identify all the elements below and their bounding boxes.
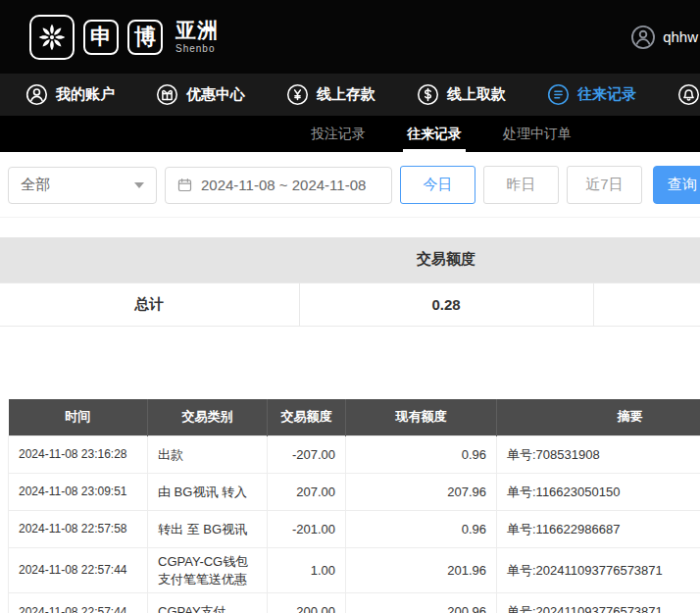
summary-header-empty-left (0, 237, 299, 282)
summary-header-title: 交易额度 (299, 237, 593, 282)
sub-nav: 投注记录 往来记录 处理中订单 (0, 116, 700, 152)
type-filter-select[interactable]: 全部 (8, 167, 157, 204)
cell-balance: 0.96 (346, 511, 497, 548)
nav-label: 优惠中心 (186, 85, 245, 104)
top-header: 申 博 亚洲 Shenbo qhhw (0, 0, 700, 74)
summary-header-empty-right (593, 237, 700, 282)
cell-time: 2024-11-08 22:57:44 (9, 593, 148, 613)
nav-item-deposit[interactable]: 线上存款 (286, 83, 375, 106)
transactions-section: 时间 交易类别 交易额度 现有额度 摘要 2024-11-08 23:16:28… (8, 399, 700, 613)
cell-type: 转出 至 BG视讯 (148, 511, 268, 548)
brand-subtitle: Shenbo (175, 44, 219, 54)
chevron-down-icon (134, 182, 144, 188)
col-header-amount: 交易额度 (268, 399, 346, 436)
summary-table: 交易额度 总计 0.28 (0, 237, 700, 327)
tab-transaction-records[interactable]: 往来记录 (393, 116, 475, 152)
cell-time: 2024-11-08 23:16:28 (9, 436, 148, 474)
summary-total-label: 总计 (0, 282, 299, 326)
cell-summary: 单号:708531908 (497, 436, 700, 474)
calendar-icon (176, 177, 193, 193)
tab-processing-orders[interactable]: 处理中订单 (489, 116, 585, 152)
cell-summary: 单号:116623050150 (497, 474, 700, 511)
cell-balance: 201.96 (346, 548, 497, 593)
withdraw-dollar-icon (417, 83, 439, 106)
nav-label: 线上存款 (317, 85, 375, 104)
main-nav: 我的账户 优惠中心 线上存款 线上取款 (0, 74, 700, 116)
gift-icon (156, 83, 178, 106)
nav-item-transactions[interactable]: 往来记录 (547, 83, 636, 106)
cell-type: CGPAY支付 (148, 593, 268, 613)
cell-summary: 单号:202411093776573871 (497, 593, 700, 613)
brand-logo[interactable]: 申 博 亚洲 Shenbo (29, 15, 219, 60)
cell-amount: 207.00 (268, 474, 346, 511)
person-circle-icon (630, 25, 656, 50)
cell-amount: -201.00 (268, 511, 346, 548)
table-row: 2024-11-08 23:09:51由 BG视讯 转入207.00207.96… (9, 474, 700, 511)
last7days-button[interactable]: 近7日 (567, 166, 642, 204)
nav-item-my-account[interactable]: 我的账户 (25, 83, 115, 106)
cell-time: 2024-11-08 23:09:51 (9, 474, 148, 511)
transactions-body: 2024-11-08 23:16:28出款-207.000.96单号:70853… (9, 436, 700, 613)
deposit-yen-icon (286, 83, 309, 106)
brand-char-shen: 申 (83, 20, 119, 55)
col-header-summary: 摘要 (497, 399, 700, 436)
user-icon (25, 83, 48, 106)
tab-betting-records[interactable]: 投注记录 (297, 116, 379, 152)
cell-amount: 200.00 (268, 593, 346, 613)
transactions-table: 时间 交易类别 交易额度 现有额度 摘要 2024-11-08 23:16:28… (8, 399, 700, 613)
cell-time: 2024-11-08 22:57:44 (9, 548, 148, 593)
table-row: 2024-11-08 22:57:58转出 至 BG视讯-201.000.96单… (9, 511, 700, 548)
cell-amount: -207.00 (268, 436, 346, 474)
summary-total-row: 总计 0.28 (0, 282, 700, 326)
nav-item-withdraw[interactable]: 线上取款 (417, 83, 506, 106)
cell-balance: 200.96 (346, 593, 497, 613)
bell-icon (677, 83, 700, 106)
date-range-input[interactable]: 2024-11-08 ~ 2024-11-08 (165, 167, 392, 204)
brand-region-text: 亚洲 (175, 20, 219, 40)
cell-type: 由 BG视讯 转入 (148, 474, 268, 511)
nav-label: 我的账户 (56, 85, 115, 104)
col-header-type: 交易类别 (148, 399, 268, 436)
summary-empty-cell (593, 282, 700, 326)
cell-summary: 单号:116622986687 (497, 511, 700, 548)
cell-time: 2024-11-08 22:57:58 (9, 511, 148, 548)
summary-total-value: 0.28 (299, 282, 593, 326)
nav-label: 往来记录 (577, 85, 636, 104)
nav-item-promotions[interactable]: 优惠中心 (156, 83, 245, 106)
today-button[interactable]: 今日 (400, 166, 475, 204)
cell-type: CGPAY-CG钱包支付笔笔送优惠 (148, 548, 268, 593)
username: qhhw (663, 28, 698, 45)
nav-item-messages[interactable]: 信 (677, 83, 700, 106)
records-icon (547, 83, 570, 106)
yesterday-button[interactable]: 昨日 (483, 166, 559, 204)
cell-balance: 207.96 (346, 474, 497, 511)
col-header-balance: 现有额度 (346, 399, 497, 436)
user-menu[interactable]: qhhw (630, 0, 698, 74)
filter-bar: 全部 2024-11-08 ~ 2024-11-08 今日 昨日 近7日 查询 (0, 152, 700, 218)
date-range-value: 2024-11-08 ~ 2024-11-08 (201, 177, 366, 193)
table-row: 2024-11-08 23:16:28出款-207.000.96单号:70853… (9, 436, 700, 474)
cell-balance: 0.96 (346, 436, 497, 474)
table-row: 2024-11-08 22:57:44CGPAY-CG钱包支付笔笔送优惠1.00… (9, 548, 700, 593)
col-header-time: 时间 (9, 399, 148, 436)
cell-amount: 1.00 (268, 548, 346, 593)
query-button[interactable]: 查询 (653, 166, 700, 204)
table-row: 2024-11-08 22:57:44CGPAY支付200.00200.96单号… (9, 593, 700, 613)
table-header-row: 时间 交易类别 交易额度 现有额度 摘要 (9, 399, 700, 436)
brand-char-bo: 博 (127, 20, 163, 55)
flower-icon (29, 15, 75, 60)
cell-type: 出款 (148, 436, 268, 474)
cell-summary: 单号:202411093776573871 (497, 548, 700, 593)
summary-header-row: 交易额度 (0, 237, 700, 282)
type-filter-value: 全部 (21, 176, 50, 194)
nav-label: 线上取款 (447, 85, 506, 104)
brand-region: 亚洲 Shenbo (175, 20, 219, 54)
